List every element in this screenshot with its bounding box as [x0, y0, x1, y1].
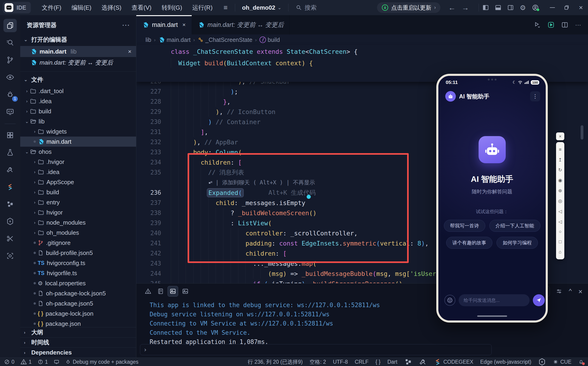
- sidebar-section-Dependencies[interactable]: ›Dependencies: [20, 347, 136, 358]
- message-input[interactable]: [459, 294, 530, 306]
- tree-item-node_modules[interactable]: ›node_modules: [20, 217, 136, 228]
- console-input[interactable]: ›: [140, 344, 492, 355]
- activity-snippets-icon[interactable]: [3, 232, 17, 245]
- close-icon[interactable]: ×: [128, 48, 131, 55]
- emulator-volume-icon[interactable]: ◁: [558, 208, 562, 214]
- toggle-left-panel-icon[interactable]: [482, 4, 489, 11]
- collapse-panel-icon[interactable]: ⌃: [568, 287, 572, 295]
- status-UTF-8[interactable]: UTF-8: [333, 359, 348, 365]
- prompt-pill-如何学习编程[interactable]: 如何学习编程: [497, 237, 538, 249]
- activity-test-flask-icon[interactable]: [3, 146, 17, 159]
- menubar-item-0[interactable]: 文件(F): [37, 4, 67, 12]
- console-warning-icon[interactable]: [143, 286, 153, 297]
- previewer-button[interactable]: [548, 21, 554, 28]
- console-log-icon[interactable]: [155, 286, 166, 297]
- activity-run-device-icon[interactable]: [3, 105, 17, 118]
- close-window-button[interactable]: ×: [574, 0, 588, 15]
- restore-button[interactable]: [559, 0, 574, 15]
- status-空格: 2[interactable]: 空格: 2: [310, 358, 326, 366]
- status-CODEGEEX[interactable]: CODEGEEX: [434, 358, 473, 366]
- toggle-right-panel-icon[interactable]: [507, 4, 514, 11]
- more-options-icon[interactable]: ⋮: [530, 91, 540, 101]
- breadcrumb[interactable]: lib›main.dart›_ChatScreenState›fbuild: [136, 34, 588, 45]
- prompt-pill-讲个有趣的故事[interactable]: 讲个有趣的故事: [446, 237, 492, 249]
- console-screenshot-icon[interactable]: [168, 286, 178, 297]
- more-menus-icon[interactable]: ≡: [220, 4, 232, 11]
- tree-item-build-profile.json5[interactable]: build-profile.json5: [20, 248, 136, 258]
- emoji-icon[interactable]: [444, 295, 455, 306]
- files-section[interactable]: ⌄ 文件: [20, 71, 136, 86]
- activity-preview-eye-icon[interactable]: [3, 71, 17, 84]
- status-hex-bolt[interactable]: [538, 358, 546, 366]
- breadcrumb-item-_ChatScreenState[interactable]: _ChatScreenState: [198, 37, 252, 43]
- emulator-collapse-top-icon[interactable]: ↥: [558, 157, 562, 162]
- breadcrumb-item-main.dart[interactable]: main.dart: [158, 37, 191, 43]
- tree-item-build[interactable]: ›build: [20, 106, 136, 116]
- menubar-item-2[interactable]: 选择(S): [97, 4, 127, 12]
- editor-scrollbar[interactable]: [581, 125, 583, 139]
- status-info[interactable]: 1: [38, 359, 48, 365]
- tab-main.dart: 变更前 ↔ 变更后[interactable]: main.dart: 变更前 ↔ 变更后: [192, 15, 290, 34]
- open-editors-section[interactable]: ⌄ 打开的编辑器: [20, 33, 136, 46]
- project-selector[interactable]: oh_demo02 ⌄: [239, 4, 285, 11]
- menubar-item-3[interactable]: 查看(V): [126, 4, 157, 12]
- tree-item-.idea[interactable]: ›.idea: [20, 96, 136, 106]
- run-button[interactable]: [534, 21, 541, 28]
- tree-item-package-lock.json[interactable]: { }package-lock.json: [20, 309, 136, 319]
- console-image-icon[interactable]: [180, 286, 191, 297]
- sidebar-section-大纲[interactable]: ›大纲: [20, 327, 136, 337]
- minimize-button[interactable]: [545, 0, 559, 15]
- status-bell[interactable]: [578, 359, 584, 365]
- tree-item-AppScope[interactable]: ›AppScope: [20, 177, 136, 187]
- tree-item-hvigorfile.ts[interactable]: TShvigorfile.ts: [20, 268, 136, 278]
- restart-to-update-button[interactable]: 点击重启以更新 ›: [377, 2, 440, 13]
- tree-item-.idea[interactable]: ›.idea: [20, 167, 136, 177]
- tree-item-build[interactable]: ›build: [20, 187, 136, 197]
- forward-button[interactable]: →: [462, 3, 469, 12]
- close-icon[interactable]: ×: [182, 22, 186, 28]
- menubar-item-4[interactable]: 转到(G): [157, 4, 187, 12]
- emulator-circle-home-icon[interactable]: ○: [559, 229, 562, 234]
- status-debug-small[interactable]: Debug my code + packages: [65, 359, 138, 365]
- activity-extensions-icon[interactable]: [3, 129, 17, 142]
- send-button[interactable]: [533, 294, 545, 306]
- emulator-plus-circle-icon[interactable]: ⊕: [558, 188, 562, 193]
- emulator-list-icon[interactable]: ≡: [559, 147, 562, 152]
- tree-item-local.properties[interactable]: ⚙local.properties: [20, 278, 136, 288]
- status-tools[interactable]: [419, 358, 427, 366]
- open-editor-main.dart[interactable]: main.dartlib×: [20, 46, 136, 57]
- tree-item-oh-package.json5[interactable]: oh-package.json5: [20, 298, 136, 309]
- emulator-back-tri-icon[interactable]: ◁: [558, 219, 562, 224]
- global-search[interactable]: 搜索: [292, 4, 320, 12]
- status-行 236, 列 20 (已选择9)[interactable]: 行 236, 列 20 (已选择9): [248, 358, 303, 366]
- activity-blocks-icon[interactable]: [3, 198, 17, 211]
- prompt-pill-介绍一下人工智能[interactable]: 介绍一下人工智能: [489, 220, 540, 232]
- breadcrumb-item-lib[interactable]: lib: [145, 37, 151, 43]
- settings-gear-icon[interactable]: ⚙: [520, 4, 526, 12]
- tree-item-ohos[interactable]: ⌄ohos: [20, 147, 136, 157]
- tree-item-.hvigor[interactable]: ›.hvigor: [20, 157, 136, 167]
- status-blocks[interactable]: [404, 358, 412, 366]
- emulator-square-recent-icon[interactable]: □: [559, 239, 562, 244]
- emulator-target-icon[interactable]: ◎: [558, 198, 562, 204]
- status-Edge (web-javascript)[interactable]: Edge (web-javascript): [480, 359, 531, 365]
- tree-item-main.dart[interactable]: main.dart: [20, 137, 136, 147]
- breadcrumb-item-build[interactable]: fbuild: [260, 37, 280, 43]
- status-screen[interactable]: [54, 359, 59, 365]
- activity-debug-icon[interactable]: 1: [3, 88, 17, 101]
- activity-hex-bolt-icon[interactable]: [3, 215, 17, 228]
- tree-item-lib[interactable]: ⌄lib: [20, 116, 136, 126]
- sliders-icon[interactable]: [556, 288, 562, 295]
- status-Dart[interactable]: Dart: [387, 359, 397, 365]
- status-warning[interactable]: 1: [21, 359, 32, 365]
- status-circle-slash[interactable]: 0: [4, 359, 15, 365]
- activity-source-control-icon[interactable]: [3, 53, 17, 67]
- menubar-item-5[interactable]: 运行(R): [187, 4, 218, 12]
- tree-item-oh_modules[interactable]: ›oh_modules: [20, 228, 136, 238]
- back-button[interactable]: ←: [448, 3, 456, 12]
- editor-more-icon[interactable]: ···: [575, 21, 581, 29]
- emulator-close-button[interactable]: ×: [556, 132, 564, 140]
- tree-item-entry[interactable]: ›entry: [20, 197, 136, 207]
- tree-item-hvigor[interactable]: ›hvigor: [20, 207, 136, 217]
- tree-item-.gitignore[interactable]: .gitignore: [20, 238, 136, 248]
